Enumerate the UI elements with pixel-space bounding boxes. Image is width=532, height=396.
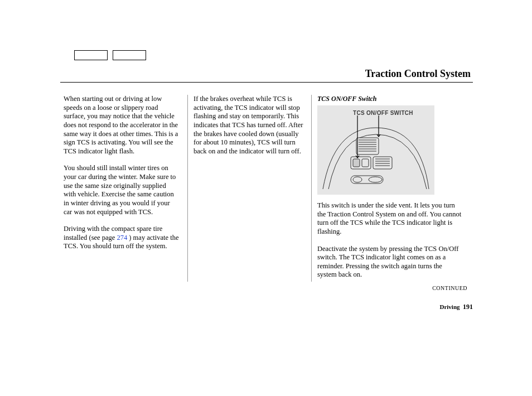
footer-section: Driving xyxy=(439,303,460,310)
column-3: TCS ON/OFF Switch TCS ON/OFF SWITCH xyxy=(311,95,471,282)
page-ref-link[interactable]: 274 xyxy=(117,234,127,242)
body-paragraph: When starting out or driving at low spee… xyxy=(64,95,180,156)
placeholder-box xyxy=(113,50,146,60)
body-paragraph: Driving with the compact spare tire inst… xyxy=(64,225,180,251)
continued-label: CONTINUED xyxy=(432,285,467,292)
dashboard-illustration xyxy=(317,105,434,195)
page-footer: Driving 191 xyxy=(60,303,473,311)
svg-rect-8 xyxy=(353,159,360,167)
svg-rect-10 xyxy=(373,157,392,169)
section-subhead: TCS ON/OFF Switch xyxy=(317,95,463,103)
figure-tcs-switch: TCS ON/OFF SWITCH xyxy=(317,105,434,195)
content-columns: When starting out or driving at low spee… xyxy=(64,95,471,282)
svg-rect-9 xyxy=(362,159,369,167)
placeholder-box xyxy=(74,50,108,60)
figure-label: TCS ON/OFF SWITCH xyxy=(353,110,413,117)
placeholder-boxes xyxy=(74,50,146,60)
body-paragraph: Deactivate the system by pressing the TC… xyxy=(317,245,463,280)
footer-page-number: 191 xyxy=(463,303,473,311)
title-rule xyxy=(60,82,473,83)
page-header: Traction Control System xyxy=(60,68,473,83)
body-paragraph: This switch is under the side vent. It l… xyxy=(317,201,463,236)
column-2: If the brakes overheat while TCS is acti… xyxy=(187,95,311,282)
column-1: When starting out or driving at low spee… xyxy=(64,95,187,282)
page-title: Traction Control System xyxy=(60,68,473,80)
body-paragraph: If the brakes overheat while TCS is acti… xyxy=(194,95,303,156)
body-paragraph: You should still install winter tires on… xyxy=(64,164,180,216)
